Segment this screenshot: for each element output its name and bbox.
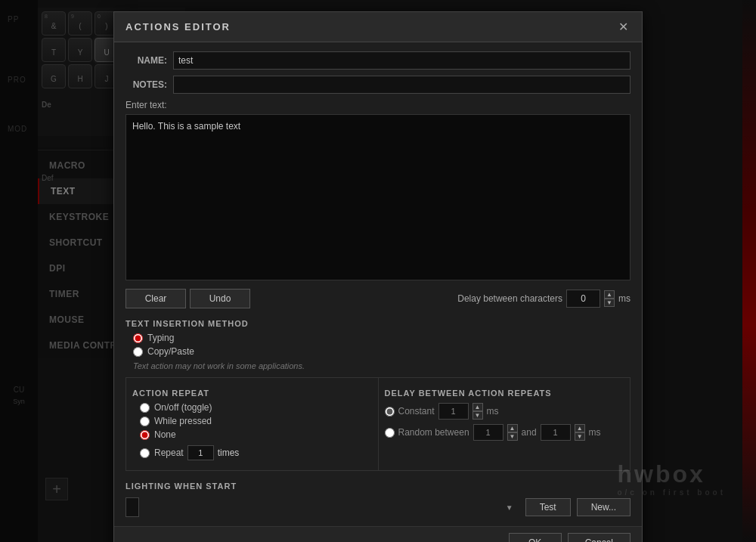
close-button[interactable]: ✕ [616, 20, 631, 34]
radio-constant-input[interactable] [385, 407, 395, 417]
enter-text-label: Enter text: [125, 100, 631, 110]
ok-button[interactable]: OK [509, 533, 562, 542]
new-button[interactable]: New... [577, 498, 631, 516]
lighting-header: LIGHTING WHEN START [125, 477, 631, 494]
random-to-input[interactable] [541, 424, 571, 441]
radio-typing-label: Typing [147, 333, 174, 343]
notes-input[interactable] [173, 76, 631, 94]
radio-repeat-label: Repeat [154, 448, 184, 458]
constant-up[interactable]: ▲ [472, 403, 483, 411]
delay-random-row: Random between ▲ ▼ and ▲ ▼ ms [385, 422, 624, 443]
radio-repeat[interactable]: Repeat [140, 448, 184, 458]
radio-copypaste-label: Copy/Paste [147, 346, 194, 357]
delay-down-button[interactable]: ▼ [604, 299, 615, 307]
delay-up-button[interactable]: ▲ [604, 290, 615, 299]
repeat-count-input[interactable] [187, 445, 214, 460]
delay-section: Delay between characters ▲ ▼ ms [457, 290, 631, 308]
repeat-row: Repeat times [140, 443, 364, 463]
times-label: times [218, 448, 240, 458]
delay-between-col: DELAY BETWEEN ACTION REPEATS Constant ▲ … [379, 377, 631, 471]
radio-while-pressed[interactable]: While pressed [140, 416, 364, 426]
random-to-up[interactable]: ▲ [575, 424, 585, 432]
and-label: and [522, 427, 537, 438]
radio-typing[interactable]: Typing [133, 333, 623, 343]
radio-while-pressed-input[interactable] [140, 417, 150, 426]
two-col-section: ACTION REPEAT On/off (toggle) While pres… [125, 377, 631, 471]
modal-title: ACTIONS EDITOR [125, 21, 231, 33]
lighting-dropdown[interactable] [125, 497, 139, 517]
constant-down[interactable]: ▼ [472, 411, 483, 420]
action-repeat-header: ACTION REPEAT [132, 384, 372, 401]
radio-copypaste[interactable]: Copy/Paste [133, 346, 623, 357]
name-row: NAME: [125, 51, 631, 70]
modal-header: ACTIONS EDITOR ✕ [114, 12, 642, 42]
actions-editor-modal: ACTIONS EDITOR ✕ NAME: NOTES: Enter text… [113, 11, 643, 542]
lighting-section: LIGHTING WHEN START ▼ Test New... [125, 477, 631, 517]
delay-input[interactable] [566, 290, 600, 308]
clear-button[interactable]: Clear [125, 289, 186, 308]
delay-constant-row: Constant ▲ ▼ ms [385, 401, 624, 422]
action-repeat-col: ACTION REPEAT On/off (toggle) While pres… [125, 377, 379, 471]
random-from-spinner: ▲ ▼ [507, 424, 518, 441]
warning-text: Text action may not work in some applica… [125, 358, 631, 373]
delay-unit: ms [618, 293, 631, 304]
delay-between-header: DELAY BETWEEN ACTION REPEATS [385, 384, 624, 401]
constant-value-input[interactable] [438, 403, 469, 420]
radio-none-input[interactable] [140, 430, 150, 440]
modal-overlay: ACTIONS EDITOR ✕ NAME: NOTES: Enter text… [0, 0, 756, 542]
modal-footer: OK Cancel [114, 526, 642, 542]
constant-unit: ms [487, 406, 499, 417]
name-input[interactable] [173, 51, 631, 70]
notes-row: NOTES: [125, 76, 631, 94]
test-button[interactable]: Test [525, 498, 571, 516]
radio-toggle-input[interactable] [140, 403, 150, 413]
random-to-down[interactable]: ▼ [575, 432, 585, 441]
buttons-row: Clear Undo Delay between characters ▲ ▼ … [125, 289, 631, 308]
random-label: Random between [398, 427, 469, 438]
lighting-row: ▼ Test New... [125, 497, 631, 517]
notes-label: NOTES: [125, 79, 167, 90]
text-insertion-options: Typing Copy/Paste [125, 331, 631, 358]
radio-random-input[interactable] [385, 428, 395, 438]
radio-none[interactable]: None [140, 429, 364, 440]
random-unit: ms [589, 427, 601, 438]
radio-copypaste-input[interactable] [133, 347, 143, 357]
name-label: NAME: [125, 55, 167, 66]
cancel-button[interactable]: Cancel [568, 533, 631, 542]
radio-repeat-input[interactable] [140, 448, 150, 458]
text-input[interactable]: Hello. This is a sample text [125, 114, 631, 280]
lighting-dropdown-wrapper: ▼ [125, 497, 519, 517]
delay-label: Delay between characters [457, 293, 562, 304]
radio-typing-input[interactable] [133, 333, 143, 343]
radio-toggle-label: On/off (toggle) [154, 402, 212, 413]
modal-body: NAME: NOTES: Enter text: Hello. This is … [114, 42, 642, 526]
text-insertion-header: TEXT INSERTION METHOD [125, 314, 631, 331]
action-repeat-options: On/off (toggle) While pressed None [132, 401, 372, 464]
random-from-down[interactable]: ▼ [507, 432, 518, 441]
radio-while-pressed-label: While pressed [154, 416, 212, 426]
undo-button[interactable]: Undo [190, 289, 250, 308]
dropdown-arrow-icon: ▼ [506, 503, 513, 512]
radio-toggle[interactable]: On/off (toggle) [140, 402, 364, 413]
constant-label: Constant [398, 406, 435, 417]
radio-none-label: None [154, 429, 176, 440]
delay-spinner: ▲ ▼ [604, 290, 615, 307]
random-to-spinner: ▲ ▼ [575, 424, 585, 441]
random-from-input[interactable] [473, 424, 503, 441]
constant-spinner: ▲ ▼ [472, 403, 483, 420]
random-from-up[interactable]: ▲ [507, 424, 518, 432]
